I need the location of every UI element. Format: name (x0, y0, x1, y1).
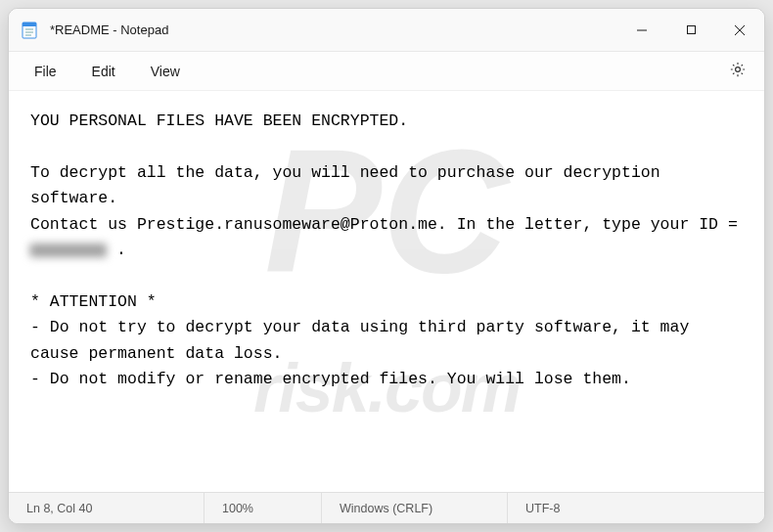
svg-rect-1 (23, 22, 36, 26)
menu-view[interactable]: View (133, 58, 198, 85)
svg-rect-6 (687, 26, 695, 34)
settings-button[interactable] (719, 55, 756, 88)
text-editor-area[interactable]: YOU PERSONAL FILES HAVE BEEN ENCRYPTED. … (9, 91, 764, 492)
menu-file[interactable]: File (17, 58, 74, 85)
svg-point-9 (736, 66, 741, 71)
watermark-icon: PC (253, 141, 520, 282)
minimize-button[interactable] (617, 9, 666, 51)
window-controls (617, 9, 764, 51)
doc-line: . (107, 241, 126, 259)
window-title: *README - Notepad (50, 22, 617, 37)
notepad-app-icon (21, 22, 38, 39)
watermark: PC risk.com (253, 91, 520, 492)
doc-line: YOU PERSONAL FILES HAVE BEEN ENCRYPTED. (30, 111, 408, 130)
doc-line: Contact us Prestige.ranusomeware@Proton.… (30, 215, 748, 234)
redacted-id (30, 244, 107, 257)
menu-edit[interactable]: Edit (74, 58, 133, 85)
close-button[interactable] (715, 9, 764, 51)
doc-line: - Do not try to decrypt your data using … (30, 318, 699, 362)
status-zoom[interactable]: 100% (205, 493, 322, 523)
status-line-ending[interactable]: Windows (CRLF) (322, 493, 508, 523)
doc-line: * ATTENTION * (30, 292, 157, 311)
maximize-button[interactable] (666, 9, 715, 51)
doc-line: - Do not modify or rename encrypted file… (30, 370, 631, 388)
statusbar: Ln 8, Col 40 100% Windows (CRLF) UTF-8 (9, 492, 764, 523)
doc-line: To decrypt all the data, you will need t… (30, 163, 670, 207)
notepad-window: *README - Notepad File Edit View (8, 8, 765, 524)
gear-icon (729, 61, 747, 82)
status-encoding[interactable]: UTF-8 (508, 493, 764, 523)
titlebar: *README - Notepad (9, 9, 764, 52)
menubar: File Edit View (9, 52, 764, 91)
status-cursor-position: Ln 8, Col 40 (9, 493, 205, 523)
